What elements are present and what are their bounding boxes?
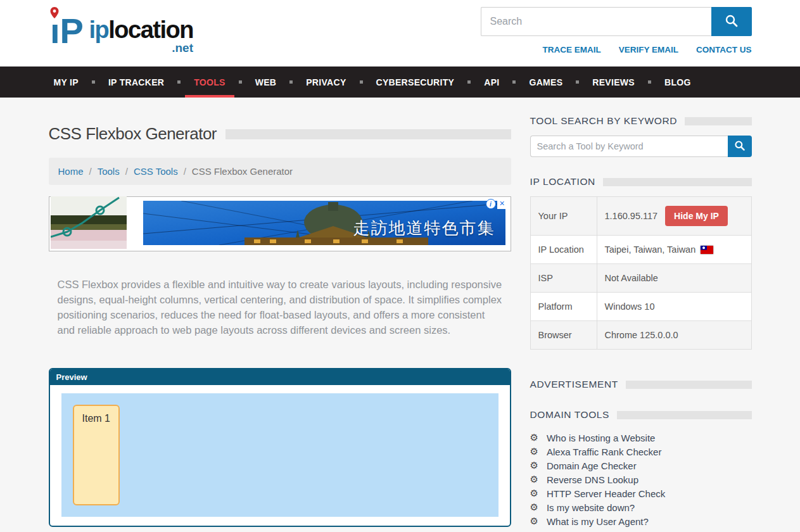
nav-item-api[interactable]: API: [484, 66, 499, 98]
nav-item-privacy[interactable]: PRIVACY: [306, 66, 346, 98]
ad-info-icon[interactable]: i: [486, 199, 496, 209]
gear-icon: ⚙: [530, 517, 538, 526]
flex-preview-container: Item 1: [61, 393, 498, 517]
ad-close-icon[interactable]: ×: [497, 199, 507, 209]
heading-decor-bar: [626, 381, 752, 389]
contact-us-link[interactable]: CONTACT US: [696, 45, 752, 54]
nav-item-tools[interactable]: TOOLS: [194, 66, 225, 98]
header-search-input[interactable]: [481, 7, 711, 36]
domain-tool-link-hosting[interactable]: Who is Hosting a Website: [547, 433, 655, 443]
table-row-isp: ISP Not Available: [530, 264, 751, 293]
nav-item-reviews[interactable]: REVIEWS: [592, 66, 635, 98]
nav-separator: [512, 80, 516, 84]
tool-search-button[interactable]: [728, 136, 752, 157]
heading-decor-bar: [617, 411, 752, 419]
breadcrumb: Home / Tools / CSS Tools / CSS Flexbox G…: [49, 158, 511, 185]
logo-wordmark: iplocation .net: [89, 18, 193, 54]
heading-decor-bar: [685, 117, 751, 125]
domain-tools-heading: DOMAIN TOOLS: [530, 409, 752, 421]
nav-separator: [92, 80, 95, 84]
ip-location-value: Taipei, Taiwan, Taiwan: [605, 244, 696, 255]
table-row-your-ip: Your IP 1.160.95.117 Hide My IP: [530, 197, 751, 236]
list-item: ⚙Reverse DNS Lookup: [530, 472, 752, 486]
ip-location-table: Your IP 1.160.95.117 Hide My IP IP Locat…: [530, 196, 752, 350]
nav-item-cybersecurity[interactable]: CYBERSECURITY: [376, 66, 455, 98]
row-label: ISP: [530, 264, 597, 293]
nav-item-games[interactable]: GAMES: [529, 66, 562, 98]
verify-email-link[interactable]: VERIFY EMAIL: [619, 45, 678, 54]
header-search-button[interactable]: [711, 7, 752, 36]
domain-tool-link-reverse-dns[interactable]: Reverse DNS Lookup: [547, 474, 638, 485]
search-icon: [725, 14, 739, 30]
preview-panel-title: Preview: [50, 369, 510, 385]
tool-search-heading: TOOL SEARCH BY KEYWORD: [530, 115, 752, 127]
tool-search: [530, 136, 752, 157]
title-decor-bar: [225, 129, 511, 139]
list-item: ⚙Who is Hosting a Website: [530, 431, 752, 445]
nav-separator: [177, 80, 181, 84]
site-header: ıP iplocation .net TRACE EMAIL: [0, 0, 800, 66]
taiwan-flag-icon: [701, 246, 713, 254]
domain-tool-link-domain-age[interactable]: Domain Age Checker: [547, 460, 637, 471]
row-label: Your IP: [530, 197, 597, 236]
preview-body: Item 1: [50, 385, 510, 526]
platform-value: Windows 10: [597, 293, 751, 321]
site-logo[interactable]: ıP iplocation .net: [49, 6, 193, 54]
logo-monogram-icon: ıP: [49, 6, 88, 51]
heading-decor-bar: [603, 178, 752, 186]
ad-banner[interactable]: 走訪地道特色市集 i ×: [49, 196, 511, 251]
breadcrumb-current: CSS Flexbox Generator: [192, 166, 293, 177]
ip-location-heading: IP LOCATION: [530, 176, 752, 187]
breadcrumb-tools[interactable]: Tools: [98, 166, 120, 177]
ad-overlay-text: 走訪地道特色市集: [353, 217, 495, 239]
domain-tool-link-alexa-rank[interactable]: Alexa Traffic Rank Checker: [547, 446, 661, 457]
domain-tool-link-user-agent[interactable]: What is my User Agent?: [547, 516, 649, 527]
nav-item-my-ip[interactable]: MY IP: [54, 66, 79, 98]
page-title: CSS Flexbox Generator: [49, 124, 217, 144]
list-item: ⚙Alexa Traffic Rank Checker: [530, 445, 752, 459]
domain-tool-link-website-down[interactable]: Is my website down?: [547, 502, 635, 513]
nav-separator: [239, 80, 242, 84]
breadcrumb-css-tools[interactable]: CSS Tools: [134, 166, 178, 177]
ad-left-image: [51, 196, 127, 251]
browser-value: Chrome 125.0.0.0: [597, 321, 751, 350]
header-search: [481, 7, 752, 36]
gear-icon: ⚙: [530, 489, 538, 498]
table-row-browser: Browser Chrome 125.0.0.0: [530, 321, 751, 350]
trace-email-link[interactable]: TRACE EMAIL: [542, 45, 600, 54]
row-label: Browser: [530, 321, 597, 350]
list-item: ⚙What is my User Agent?: [530, 514, 752, 528]
gear-icon: ⚙: [530, 475, 538, 484]
gear-icon: ⚙: [530, 503, 538, 512]
nav-separator: [576, 80, 579, 84]
main-nav: MY IP IP TRACKER TOOLS WEB PRIVACY CYBER…: [0, 66, 800, 98]
advertisement-heading: ADVERTISEMENT: [530, 379, 752, 390]
breadcrumb-home[interactable]: Home: [58, 166, 84, 177]
your-ip-value: 1.160.95.117: [605, 211, 658, 221]
gear-icon: ⚙: [530, 433, 538, 443]
gear-icon: ⚙: [530, 447, 538, 457]
nav-separator: [648, 80, 651, 84]
table-row-platform: Platform Windows 10: [530, 293, 751, 321]
preview-panel: Preview Item 1: [49, 368, 511, 527]
hide-my-ip-button[interactable]: Hide My IP: [665, 206, 728, 226]
search-icon: [734, 140, 746, 153]
list-item: ⚙Is my website down?: [530, 500, 752, 514]
sidebar: TOOL SEARCH BY KEYWORD IP LOCATION Your …: [530, 115, 752, 528]
list-item: ⚙HTTP Server Header Check: [530, 486, 752, 500]
gear-icon: ⚙: [530, 461, 538, 471]
tool-search-input[interactable]: [530, 136, 728, 157]
nav-item-web[interactable]: WEB: [255, 66, 277, 98]
flex-preview-item: Item 1: [73, 405, 120, 505]
table-row-ip-location: IP Location Taipei, Taiwan, Taiwan: [530, 236, 751, 264]
domain-tool-link-http-header[interactable]: HTTP Server Header Check: [547, 488, 665, 499]
nav-separator: [289, 80, 293, 84]
list-item: ⚙Domain Age Checker: [530, 459, 752, 472]
nav-separator: [467, 80, 471, 84]
row-label: IP Location: [530, 236, 597, 264]
nav-item-blog[interactable]: BLOG: [664, 66, 691, 98]
tool-description: CSS Flexbox provides a flexible and intu…: [49, 277, 502, 338]
nav-item-ip-tracker[interactable]: IP TRACKER: [108, 66, 164, 98]
nav-separator: [360, 80, 363, 84]
row-label: Platform: [530, 293, 597, 321]
